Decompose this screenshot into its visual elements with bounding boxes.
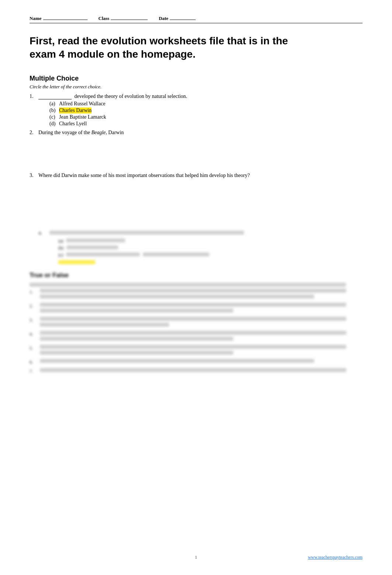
choice-1a-text: Alfred Russel Wallace: [59, 101, 105, 107]
header-row: Name Class Date: [30, 15, 362, 23]
page-footer: 1: [195, 554, 197, 560]
blurred-highlight: [58, 260, 95, 264]
q3-number: 3.: [30, 173, 34, 178]
tf-item-4: 4.: [30, 331, 362, 343]
section-title-mc: Multiple Choice: [30, 75, 362, 82]
date-line: [170, 15, 196, 20]
q2-italic: Beagle: [91, 130, 106, 135]
date-field: Date: [159, 15, 196, 21]
tf-item-1: 1.: [30, 289, 362, 300]
q2-text-before: During the voyage of the: [38, 130, 91, 135]
blurred-true-false: True or False 1. 2. 3.: [30, 272, 362, 375]
tf-item-3: 3.: [30, 317, 362, 329]
name-field: Name: [30, 15, 87, 21]
choice-1c-label: (c): [49, 114, 57, 120]
page-number: 1: [195, 554, 197, 560]
blurred-q4-section: 4. (a) (b) (c): [30, 230, 362, 264]
tf-item-5: 5.: [30, 345, 362, 357]
tf-item-2: 2.: [30, 303, 362, 314]
true-false-title: True or False: [30, 272, 362, 279]
question-list: 1. developed the theory of evolution by …: [30, 93, 362, 215]
choice-1b-text: Charles Darwin: [59, 108, 92, 113]
q2-text-after: , Darwin: [106, 130, 124, 135]
choice-1c: (c) Jean Baptiste Lamarck: [49, 114, 362, 120]
multiple-choice-section: Multiple Choice Circle the letter of the…: [30, 75, 362, 215]
choice-1b: (b) Charles Darwin: [49, 108, 362, 113]
class-label: Class: [99, 16, 110, 21]
choice-1d-text: Charles Lyell: [59, 121, 87, 127]
mc-instruction: Circle the letter of the correct choice.: [30, 84, 362, 90]
q3-text: Where did Darwin make some of his most i…: [38, 173, 250, 178]
choice-1a: (a) Alfred Russel Wallace: [49, 101, 362, 107]
q1-choices: (a) Alfred Russel Wallace (b) Charles Da…: [49, 101, 362, 127]
question-1: 1. developed the theory of evolution by …: [30, 93, 362, 127]
page: Name Class Date First, read the evolutio…: [0, 0, 392, 575]
date-label: Date: [159, 16, 168, 21]
choice-1b-label: (b): [49, 108, 57, 113]
tf-item-7: 7.: [30, 368, 362, 375]
choice-1a-label: (a): [49, 101, 57, 107]
q1-number: 1.: [30, 93, 34, 99]
tf-instruction-line: [30, 283, 362, 287]
q1-blank: [38, 94, 72, 99]
question-2: 2. During the voyage of the Beagle, Darw…: [30, 130, 362, 165]
main-title: First, read the evolution worksheets fil…: [30, 34, 362, 61]
class-field: Class: [99, 15, 148, 21]
question-3: 3. Where did Darwin make some of his mos…: [30, 173, 362, 215]
tf-item-6: 6.: [30, 359, 362, 366]
q3-answer-space: [38, 178, 362, 215]
name-line: [43, 15, 87, 20]
true-false-content: 1. 2. 3. 4.: [30, 283, 362, 375]
q1-text: developed the theory of evolution by nat…: [75, 93, 188, 99]
name-label: Name: [30, 16, 42, 21]
q2-answer-space: [38, 136, 362, 165]
q2-number: 2.: [30, 130, 34, 136]
choice-1d: (d) Charles Lyell: [49, 121, 362, 127]
choice-1c-text: Jean Baptiste Lamarck: [59, 114, 106, 120]
class-line: [111, 15, 148, 20]
footer-link[interactable]: www.teacherspayteachers.com: [308, 555, 362, 560]
choice-1d-label: (d): [49, 121, 57, 127]
